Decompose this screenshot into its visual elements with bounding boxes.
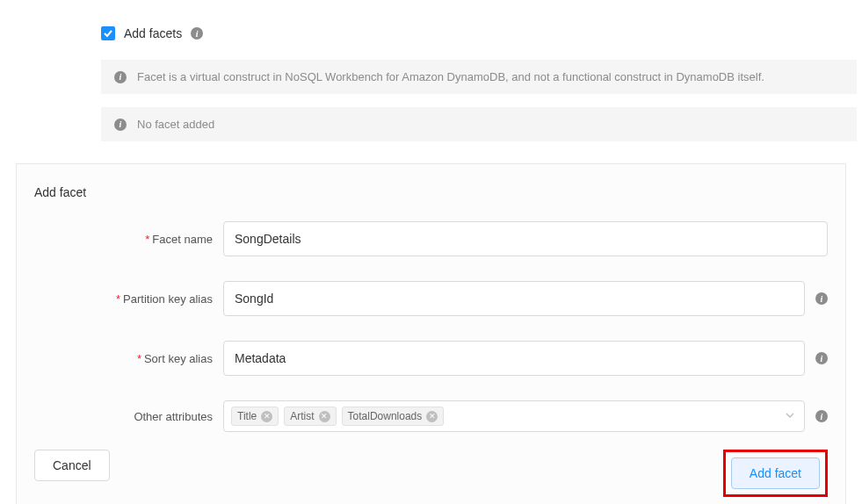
panel-title: Add facet <box>34 185 828 199</box>
add-facet-highlight: Add facet <box>723 450 828 497</box>
facet-name-label: *Facet name <box>34 233 223 246</box>
attr-tag: Artist✕ <box>284 407 336 426</box>
info-icon[interactable]: i <box>815 292 828 305</box>
facet-info-text: Facet is a virtual construct in NoSQL Wo… <box>137 70 764 83</box>
button-row: Cancel Add facet <box>34 450 828 497</box>
partition-key-label: *Partition key alias <box>34 292 223 306</box>
partition-key-row: *Partition key alias i <box>34 281 828 316</box>
facet-name-input[interactable] <box>223 221 828 256</box>
close-icon[interactable]: ✕ <box>261 411 272 422</box>
info-icon[interactable]: i <box>191 27 203 40</box>
info-icon[interactable]: i <box>815 410 828 422</box>
add-facets-row: Add facets i <box>101 26 862 40</box>
other-attrs-label: Other attributes <box>34 410 223 423</box>
sort-key-label: *Sort key alias <box>34 352 223 365</box>
add-facet-button[interactable]: Add facet <box>731 457 820 489</box>
chevron-down-icon <box>785 409 795 423</box>
attr-tag: TotalDownloads✕ <box>342 407 445 426</box>
close-icon[interactable]: ✕ <box>426 411 438 422</box>
other-attrs-row: Other attributes Title✕ Artist✕ TotalDow… <box>34 400 828 432</box>
close-icon[interactable]: ✕ <box>319 411 330 422</box>
other-attrs-select[interactable]: Title✕ Artist✕ TotalDownloads✕ <box>223 400 805 432</box>
sort-key-input[interactable] <box>223 341 805 376</box>
cancel-button[interactable]: Cancel <box>34 450 110 481</box>
facet-info-bar: i Facet is a virtual construct in NoSQL … <box>101 60 857 94</box>
attr-tag: Title✕ <box>231 407 279 426</box>
add-facet-panel: Add facet *Facet name *Partition key ali… <box>16 163 846 504</box>
add-facets-checkbox[interactable] <box>101 26 115 40</box>
sort-key-row: *Sort key alias i <box>34 341 828 376</box>
facet-name-row: *Facet name <box>34 221 828 256</box>
check-icon <box>103 28 113 39</box>
info-icon[interactable]: i <box>815 352 828 364</box>
partition-key-input[interactable] <box>223 281 805 316</box>
info-icon: i <box>114 119 127 131</box>
no-facet-text: No facet added <box>137 118 214 131</box>
add-facets-label: Add facets <box>124 26 182 40</box>
no-facet-bar: i No facet added <box>101 107 857 141</box>
info-icon: i <box>114 71 127 83</box>
